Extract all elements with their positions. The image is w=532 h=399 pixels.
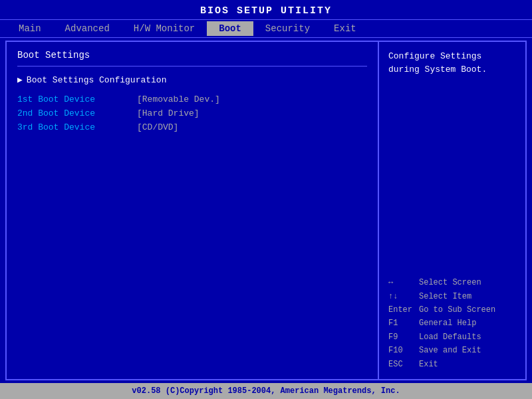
boot-option-label: 1st Boot Device (17, 94, 137, 104)
submenu-label: Boot Settings Configuration (27, 75, 167, 85)
key-label: ↑↓ (388, 290, 419, 303)
bios-title: BIOS SETUP UTILITY (200, 5, 332, 17)
key-help-row: F10Save and Exit (388, 344, 516, 357)
key-desc: Save and Exit (419, 346, 481, 355)
key-help-row: F9Load Defaults (388, 331, 516, 344)
key-help: ↔Select Screen↑↓Select ItemEnterGo to Su… (388, 276, 516, 371)
boot-option-row[interactable]: 1st Boot Device[Removable Dev.] (17, 94, 367, 104)
footer-text: v02.58 (C)Copyright 1985-2004, American … (132, 386, 400, 396)
title-bar: BIOS SETUP UTILITY (0, 0, 532, 19)
key-label: F10 (388, 344, 419, 357)
key-label: F9 (388, 331, 419, 344)
footer: v02.58 (C)Copyright 1985-2004, American … (0, 383, 532, 399)
nav-bar: MainAdvancedH/W MonitorBootSecurityExit (0, 19, 532, 38)
key-help-row: F1General Help (388, 317, 516, 330)
boot-option-label: 2nd Boot Device (17, 108, 137, 118)
key-help-row: ↔Select Screen (388, 276, 516, 289)
nav-item-boot[interactable]: Boot (207, 21, 253, 36)
nav-item-security[interactable]: Security (253, 21, 322, 36)
key-desc: Exit (419, 360, 438, 369)
boot-option-row[interactable]: 2nd Boot Device[Hard Drive] (17, 108, 367, 118)
boot-options-list: 1st Boot Device[Removable Dev.]2nd Boot … (17, 94, 367, 132)
key-label: Enter (388, 303, 419, 317)
bios-screen: BIOS SETUP UTILITY MainAdvancedH/W Monit… (0, 0, 532, 399)
boot-option-value: [CD/DVD] (137, 122, 178, 132)
submenu-item[interactable]: ▶ Boot Settings Configuration (17, 74, 367, 85)
key-help-row: ↑↓Select Item (388, 290, 516, 303)
nav-item-exit[interactable]: Exit (322, 21, 368, 36)
arrow-icon: ▶ (17, 74, 23, 85)
boot-option-value: [Removable Dev.] (137, 94, 220, 104)
right-panel: Configure Settingsduring System Boot. ↔S… (379, 42, 525, 379)
key-help-row: ESCExit (388, 358, 516, 371)
left-panel: Boot Settings ▶ Boot Settings Configurat… (7, 42, 379, 379)
key-desc: General Help (419, 319, 476, 328)
nav-item-h-w-monitor[interactable]: H/W Monitor (122, 21, 207, 36)
nav-item-main[interactable]: Main (7, 21, 53, 36)
help-text: Configure Settingsduring System Boot. (388, 50, 516, 76)
key-desc: Go to Sub Screen (419, 305, 495, 315)
key-desc: Load Defaults (419, 332, 481, 342)
boot-option-value: [Hard Drive] (137, 108, 200, 118)
key-label: F1 (388, 317, 419, 330)
key-label: ESC (388, 358, 419, 371)
key-help-row: EnterGo to Sub Screen (388, 303, 516, 317)
section-title: Boot Settings (17, 50, 367, 61)
main-content: Boot Settings ▶ Boot Settings Configurat… (5, 41, 527, 380)
boot-option-row[interactable]: 3rd Boot Device[CD/DVD] (17, 122, 367, 132)
nav-item-advanced[interactable]: Advanced (53, 21, 122, 36)
boot-option-label: 3rd Boot Device (17, 122, 137, 132)
divider (17, 66, 367, 66)
key-label: ↔ (388, 276, 419, 289)
key-desc: Select Screen (419, 278, 481, 287)
key-desc: Select Item (419, 292, 471, 301)
